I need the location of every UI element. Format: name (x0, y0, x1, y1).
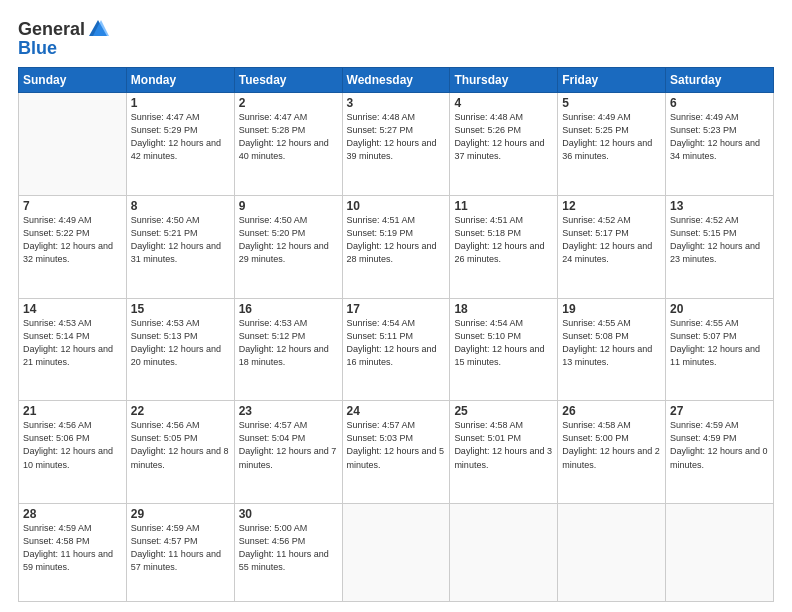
calendar-cell: 6Sunrise: 4:49 AMSunset: 5:23 PMDaylight… (666, 93, 774, 196)
calendar-cell: 7Sunrise: 4:49 AMSunset: 5:22 PMDaylight… (19, 195, 127, 298)
day-info: Sunrise: 4:52 AMSunset: 5:15 PMDaylight:… (670, 214, 769, 266)
day-info: Sunrise: 4:56 AMSunset: 5:06 PMDaylight:… (23, 419, 122, 471)
logo-icon (87, 18, 109, 40)
calendar-cell: 24Sunrise: 4:57 AMSunset: 5:03 PMDayligh… (342, 401, 450, 504)
day-number: 17 (347, 302, 446, 316)
logo: General Blue (18, 18, 109, 59)
week-row-2: 7Sunrise: 4:49 AMSunset: 5:22 PMDaylight… (19, 195, 774, 298)
day-number: 2 (239, 96, 338, 110)
calendar-cell: 8Sunrise: 4:50 AMSunset: 5:21 PMDaylight… (126, 195, 234, 298)
calendar-cell: 3Sunrise: 4:48 AMSunset: 5:27 PMDaylight… (342, 93, 450, 196)
calendar-cell (666, 504, 774, 602)
day-number: 5 (562, 96, 661, 110)
weekday-header-monday: Monday (126, 68, 234, 93)
day-number: 6 (670, 96, 769, 110)
calendar-cell: 2Sunrise: 4:47 AMSunset: 5:28 PMDaylight… (234, 93, 342, 196)
day-number: 18 (454, 302, 553, 316)
calendar-cell (450, 504, 558, 602)
day-info: Sunrise: 4:52 AMSunset: 5:17 PMDaylight:… (562, 214, 661, 266)
day-info: Sunrise: 4:57 AMSunset: 5:04 PMDaylight:… (239, 419, 338, 471)
day-number: 3 (347, 96, 446, 110)
day-number: 14 (23, 302, 122, 316)
day-number: 28 (23, 507, 122, 521)
calendar-cell (342, 504, 450, 602)
day-info: Sunrise: 4:49 AMSunset: 5:25 PMDaylight:… (562, 111, 661, 163)
weekday-header-thursday: Thursday (450, 68, 558, 93)
day-info: Sunrise: 4:49 AMSunset: 5:23 PMDaylight:… (670, 111, 769, 163)
day-number: 29 (131, 507, 230, 521)
day-info: Sunrise: 4:50 AMSunset: 5:21 PMDaylight:… (131, 214, 230, 266)
day-number: 23 (239, 404, 338, 418)
day-info: Sunrise: 4:51 AMSunset: 5:19 PMDaylight:… (347, 214, 446, 266)
day-number: 12 (562, 199, 661, 213)
day-number: 1 (131, 96, 230, 110)
day-info: Sunrise: 4:49 AMSunset: 5:22 PMDaylight:… (23, 214, 122, 266)
day-info: Sunrise: 4:47 AMSunset: 5:28 PMDaylight:… (239, 111, 338, 163)
day-number: 7 (23, 199, 122, 213)
calendar-cell: 15Sunrise: 4:53 AMSunset: 5:13 PMDayligh… (126, 298, 234, 401)
calendar-cell: 4Sunrise: 4:48 AMSunset: 5:26 PMDaylight… (450, 93, 558, 196)
day-number: 8 (131, 199, 230, 213)
calendar-cell: 30Sunrise: 5:00 AMSunset: 4:56 PMDayligh… (234, 504, 342, 602)
day-info: Sunrise: 4:53 AMSunset: 5:12 PMDaylight:… (239, 317, 338, 369)
calendar-cell: 29Sunrise: 4:59 AMSunset: 4:57 PMDayligh… (126, 504, 234, 602)
day-info: Sunrise: 4:58 AMSunset: 5:00 PMDaylight:… (562, 419, 661, 471)
day-number: 20 (670, 302, 769, 316)
calendar-cell: 9Sunrise: 4:50 AMSunset: 5:20 PMDaylight… (234, 195, 342, 298)
day-number: 27 (670, 404, 769, 418)
day-info: Sunrise: 4:59 AMSunset: 4:58 PMDaylight:… (23, 522, 122, 574)
day-info: Sunrise: 4:50 AMSunset: 5:20 PMDaylight:… (239, 214, 338, 266)
day-number: 16 (239, 302, 338, 316)
weekday-header-friday: Friday (558, 68, 666, 93)
calendar-cell: 19Sunrise: 4:55 AMSunset: 5:08 PMDayligh… (558, 298, 666, 401)
day-number: 30 (239, 507, 338, 521)
day-info: Sunrise: 4:47 AMSunset: 5:29 PMDaylight:… (131, 111, 230, 163)
day-info: Sunrise: 4:56 AMSunset: 5:05 PMDaylight:… (131, 419, 230, 471)
day-number: 19 (562, 302, 661, 316)
day-number: 10 (347, 199, 446, 213)
calendar-cell: 26Sunrise: 4:58 AMSunset: 5:00 PMDayligh… (558, 401, 666, 504)
day-info: Sunrise: 4:48 AMSunset: 5:27 PMDaylight:… (347, 111, 446, 163)
logo-general-text: General (18, 20, 85, 38)
day-number: 25 (454, 404, 553, 418)
day-number: 26 (562, 404, 661, 418)
week-row-1: 1Sunrise: 4:47 AMSunset: 5:29 PMDaylight… (19, 93, 774, 196)
day-info: Sunrise: 4:51 AMSunset: 5:18 PMDaylight:… (454, 214, 553, 266)
calendar-cell: 21Sunrise: 4:56 AMSunset: 5:06 PMDayligh… (19, 401, 127, 504)
logo-blue-text: Blue (18, 38, 57, 59)
week-row-4: 21Sunrise: 4:56 AMSunset: 5:06 PMDayligh… (19, 401, 774, 504)
calendar-cell: 1Sunrise: 4:47 AMSunset: 5:29 PMDaylight… (126, 93, 234, 196)
day-number: 24 (347, 404, 446, 418)
day-number: 9 (239, 199, 338, 213)
weekday-header-sunday: Sunday (19, 68, 127, 93)
day-info: Sunrise: 4:55 AMSunset: 5:08 PMDaylight:… (562, 317, 661, 369)
calendar-cell: 5Sunrise: 4:49 AMSunset: 5:25 PMDaylight… (558, 93, 666, 196)
calendar-cell: 17Sunrise: 4:54 AMSunset: 5:11 PMDayligh… (342, 298, 450, 401)
calendar-table: SundayMondayTuesdayWednesdayThursdayFrid… (18, 67, 774, 602)
calendar-cell: 27Sunrise: 4:59 AMSunset: 4:59 PMDayligh… (666, 401, 774, 504)
day-number: 15 (131, 302, 230, 316)
page: General Blue SundayMondayTuesdayWednesda… (0, 0, 792, 612)
calendar-cell: 22Sunrise: 4:56 AMSunset: 5:05 PMDayligh… (126, 401, 234, 504)
calendar-cell: 11Sunrise: 4:51 AMSunset: 5:18 PMDayligh… (450, 195, 558, 298)
weekday-header-saturday: Saturday (666, 68, 774, 93)
weekday-header-row: SundayMondayTuesdayWednesdayThursdayFrid… (19, 68, 774, 93)
calendar-cell: 12Sunrise: 4:52 AMSunset: 5:17 PMDayligh… (558, 195, 666, 298)
calendar-cell: 25Sunrise: 4:58 AMSunset: 5:01 PMDayligh… (450, 401, 558, 504)
day-info: Sunrise: 4:54 AMSunset: 5:11 PMDaylight:… (347, 317, 446, 369)
week-row-3: 14Sunrise: 4:53 AMSunset: 5:14 PMDayligh… (19, 298, 774, 401)
day-info: Sunrise: 4:59 AMSunset: 4:59 PMDaylight:… (670, 419, 769, 471)
calendar-cell: 10Sunrise: 4:51 AMSunset: 5:19 PMDayligh… (342, 195, 450, 298)
weekday-header-tuesday: Tuesday (234, 68, 342, 93)
calendar-cell: 13Sunrise: 4:52 AMSunset: 5:15 PMDayligh… (666, 195, 774, 298)
calendar-cell: 18Sunrise: 4:54 AMSunset: 5:10 PMDayligh… (450, 298, 558, 401)
day-number: 21 (23, 404, 122, 418)
day-number: 22 (131, 404, 230, 418)
header: General Blue (18, 18, 774, 59)
day-info: Sunrise: 4:55 AMSunset: 5:07 PMDaylight:… (670, 317, 769, 369)
calendar-cell: 28Sunrise: 4:59 AMSunset: 4:58 PMDayligh… (19, 504, 127, 602)
day-number: 11 (454, 199, 553, 213)
day-info: Sunrise: 4:48 AMSunset: 5:26 PMDaylight:… (454, 111, 553, 163)
calendar-cell (558, 504, 666, 602)
day-info: Sunrise: 5:00 AMSunset: 4:56 PMDaylight:… (239, 522, 338, 574)
